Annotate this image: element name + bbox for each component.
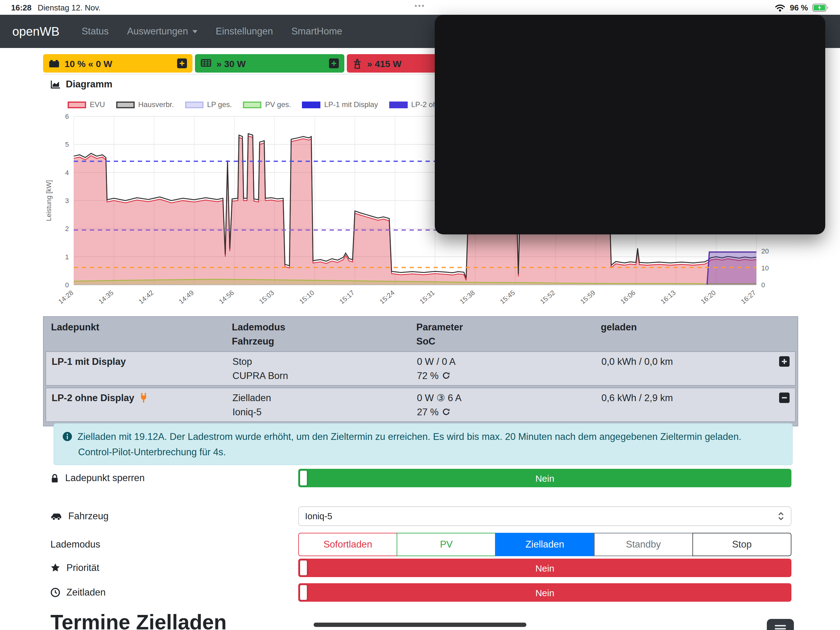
chargepoint-soc: 72 % bbox=[417, 369, 439, 383]
svg-text:3: 3 bbox=[65, 197, 69, 204]
charge-mode-group: Sofortladen PV Zielladen Standby Stop bbox=[298, 533, 791, 556]
svg-text:15:17: 15:17 bbox=[338, 289, 356, 306]
section-heading-termine: Termine Zielladen bbox=[51, 610, 227, 630]
grid-badge-label: » 415 W bbox=[367, 58, 401, 69]
chargepoint-mode: Zielladen bbox=[232, 391, 417, 405]
battery-percent: 96 % bbox=[790, 3, 808, 12]
chargepoint-mode: Stop bbox=[232, 355, 417, 369]
legend-item[interactable]: EVU bbox=[68, 100, 105, 109]
mode-zielladen-button[interactable]: Zielladen bbox=[495, 533, 594, 556]
plus-square-icon bbox=[779, 356, 789, 367]
mode-pv-button[interactable]: PV bbox=[396, 533, 496, 556]
diagram-title: Diagramm bbox=[66, 79, 112, 90]
brand[interactable]: openWB bbox=[12, 24, 59, 38]
table-header: Ladepunkt Lademodus Fahrzeug Parameter S… bbox=[44, 317, 797, 351]
legend-item[interactable]: LP-1 mit Display bbox=[302, 100, 378, 109]
priority-label: Priorität bbox=[51, 559, 99, 577]
timed-charge-label: Zeitladen bbox=[51, 583, 106, 602]
battery-status-badge[interactable]: 10 % « 0 W bbox=[43, 54, 193, 73]
chart-legend: EVUHausverbr.LP ges.PV ges.LP-1 mit Disp… bbox=[68, 100, 482, 109]
minus-square-icon bbox=[779, 393, 789, 403]
nav-einstellungen[interactable]: Einstellungen bbox=[216, 26, 273, 37]
svg-text:2: 2 bbox=[65, 225, 69, 233]
plus-square-icon[interactable] bbox=[177, 59, 187, 68]
legend-item[interactable]: PV ges. bbox=[243, 100, 291, 109]
quick-access-button[interactable] bbox=[767, 619, 794, 630]
svg-text:20: 20 bbox=[761, 247, 769, 255]
toggle-handle bbox=[300, 471, 307, 486]
svg-text:10: 10 bbox=[761, 264, 769, 272]
chargepoint-param: 0 W ③ 6 A bbox=[417, 391, 602, 405]
lock-toggle[interactable]: Nein bbox=[298, 469, 791, 487]
svg-text:15:38: 15:38 bbox=[458, 289, 476, 306]
svg-text:15:45: 15:45 bbox=[498, 289, 516, 306]
svg-text:15:24: 15:24 bbox=[378, 289, 396, 306]
toggle-handle bbox=[300, 560, 307, 575]
svg-text:15:10: 15:10 bbox=[298, 289, 316, 306]
screen: 16:28 Dienstag 12. Nov. ••• 96 % openWB … bbox=[0, 0, 840, 630]
nav-auswertungen[interactable]: Auswertungen bbox=[127, 26, 197, 37]
multitask-dots-icon[interactable]: ••• bbox=[414, 2, 425, 9]
col-geladen: geladen bbox=[601, 320, 768, 334]
col-fahrzeug: Fahrzeug bbox=[232, 334, 416, 348]
car-battery-icon bbox=[49, 59, 60, 68]
caret-down-icon bbox=[193, 30, 197, 36]
lock-toggle-value: Nein bbox=[535, 473, 554, 483]
vehicle-label: Fahrzeug bbox=[51, 507, 109, 526]
alert-text-line2: Control-Pilot-Unterbrechung für 4s. bbox=[63, 444, 783, 459]
info-icon bbox=[63, 432, 72, 441]
svg-text:14:28: 14:28 bbox=[57, 289, 75, 306]
col-lademodus: Lademodus bbox=[232, 320, 416, 334]
chargepoint-loaded: 0,0 kWh / 0,0 km bbox=[602, 355, 767, 369]
plug-icon bbox=[139, 393, 148, 403]
lock-label: Ladepunkt sperren bbox=[51, 469, 145, 487]
vehicle-select[interactable]: Ioniq-5 bbox=[298, 507, 791, 526]
chargepoint-name: LP-1 mit Display bbox=[52, 355, 126, 369]
solar-panel-icon bbox=[201, 59, 212, 68]
svg-text:0: 0 bbox=[65, 281, 69, 289]
col-ladepunkt: Ladepunkt bbox=[51, 320, 232, 334]
priority-toggle[interactable]: Nein bbox=[298, 559, 791, 577]
svg-text:Leistung [kW]: Leistung [kW] bbox=[45, 180, 52, 221]
timed-toggle-value: Nein bbox=[535, 587, 554, 598]
mode-sofortladen-button[interactable]: Sofortladen bbox=[298, 533, 397, 556]
timed-charge-toggle[interactable]: Nein bbox=[298, 583, 791, 602]
legend-item[interactable]: LP ges. bbox=[185, 100, 232, 109]
svg-text:14:56: 14:56 bbox=[217, 289, 235, 306]
priority-toggle-value: Nein bbox=[535, 563, 554, 573]
mode-standby-button[interactable]: Standby bbox=[594, 533, 693, 556]
status-bar: 16:28 Dienstag 12. Nov. ••• 96 % bbox=[0, 0, 840, 15]
pip-overlay-window[interactable] bbox=[435, 15, 825, 234]
svg-text:16:06: 16:06 bbox=[619, 289, 637, 306]
svg-text:6: 6 bbox=[65, 112, 69, 120]
col-soc: SoC bbox=[416, 334, 601, 348]
expand-row-button[interactable] bbox=[779, 356, 789, 370]
col-parameter: Parameter bbox=[416, 320, 601, 334]
area-chart-icon bbox=[51, 80, 60, 89]
svg-text:16:27: 16:27 bbox=[739, 289, 757, 306]
refresh-soc-icon[interactable] bbox=[442, 408, 450, 416]
legend-item[interactable]: Hausverbr. bbox=[116, 100, 174, 109]
svg-text:15:31: 15:31 bbox=[418, 289, 436, 306]
battery-badge-label: 10 % « 0 W bbox=[65, 58, 112, 69]
svg-text:15:03: 15:03 bbox=[257, 289, 275, 306]
table-row-lp1: LP-1 mit Display Stop CUPRA Born 0 W / 0… bbox=[46, 351, 796, 386]
svg-text:14:49: 14:49 bbox=[177, 289, 195, 306]
chargepoint-table: Ladepunkt Lademodus Fahrzeug Parameter S… bbox=[43, 316, 798, 426]
pv-status-badge[interactable]: » 30 W bbox=[195, 54, 344, 73]
svg-text:14:35: 14:35 bbox=[97, 289, 115, 306]
svg-text:4: 4 bbox=[65, 169, 69, 177]
svg-text:15:52: 15:52 bbox=[539, 289, 556, 306]
table-row-lp2: LP-2 ohne Display Zielladen Ioniq-5 0 W … bbox=[46, 388, 796, 422]
refresh-soc-icon[interactable] bbox=[442, 372, 450, 380]
svg-text:16:20: 16:20 bbox=[699, 289, 717, 306]
battery-charging-icon bbox=[812, 3, 829, 11]
home-indicator[interactable] bbox=[314, 623, 526, 627]
collapse-row-button[interactable] bbox=[779, 393, 789, 407]
svg-text:15:59: 15:59 bbox=[579, 289, 597, 306]
chargepoint-name: LP-2 ohne Display bbox=[52, 391, 134, 405]
nav-status[interactable]: Status bbox=[82, 26, 109, 37]
plus-square-icon[interactable] bbox=[329, 59, 339, 68]
nav-smarthome[interactable]: SmartHome bbox=[292, 26, 342, 37]
mode-stop-button[interactable]: Stop bbox=[692, 533, 791, 556]
